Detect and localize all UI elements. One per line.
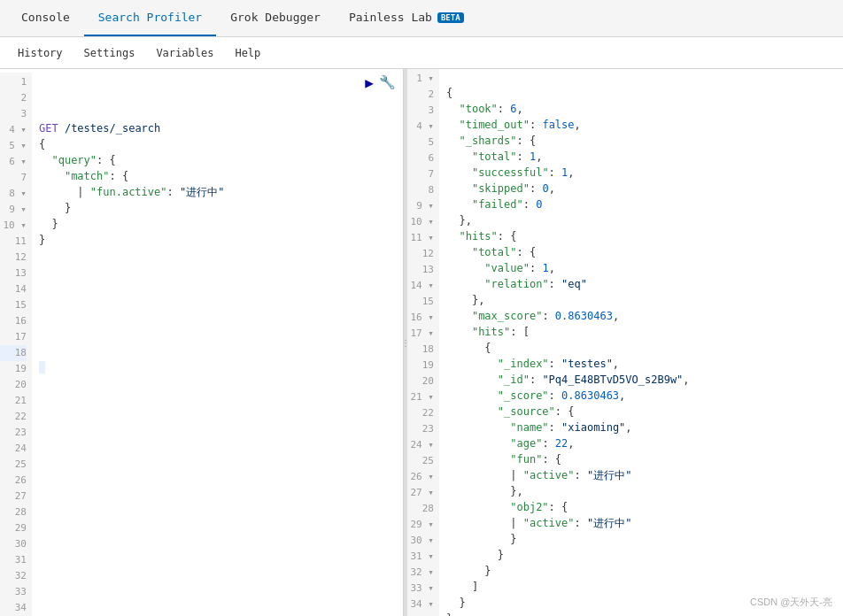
line-20	[39, 393, 45, 405]
watermark: CSDN @天外天-亮	[750, 596, 832, 609]
r-line-32: ]	[446, 581, 478, 593]
sub-tab-settings[interactable]: Settings	[73, 40, 146, 66]
r-line-29: }	[446, 533, 516, 545]
right-code-content: { "took": 6, "timed_out": false, "_shard…	[439, 69, 843, 616]
r-line-26: },	[446, 485, 523, 497]
line-17	[39, 345, 45, 358]
line-3: GET /testes/_search	[39, 122, 160, 135]
left-panel: ▶ 🔧 1 2 3 4 ▾ 5 ▾ 6 ▾ 7 8 ▾ 9 ▾ 10 ▾ 11 …	[0, 69, 404, 616]
r-line-3: "timed_out": false,	[446, 119, 581, 131]
line-33	[39, 600, 45, 612]
r-line-9: },	[446, 214, 472, 227]
r-line-17: {	[446, 342, 491, 354]
r-line-13: "relation": "eq"	[446, 278, 587, 290]
line-28	[39, 520, 45, 533]
r-line-22: "name": "xiaoming",	[446, 421, 632, 434]
r-line-6: "successful": 1,	[446, 166, 575, 179]
left-line-numbers: 1 2 3 4 ▾ 5 ▾ 6 ▾ 7 8 ▾ 9 ▾ 10 ▾ 11 12 1…	[0, 73, 32, 616]
main-area: ▶ 🔧 1 2 3 4 ▾ 5 ▾ 6 ▾ 7 8 ▾ 9 ▾ 10 ▾ 11 …	[0, 69, 843, 616]
editor-toolbar: ▶ 🔧	[365, 74, 396, 91]
r-line-10: "hits": {	[446, 230, 517, 243]
r-line-1: {	[446, 87, 452, 99]
line-21	[39, 409, 45, 421]
settings-icon[interactable]: 🔧	[379, 74, 396, 91]
r-line-15: "max_score": 0.8630463,	[446, 310, 619, 322]
line-5: "query": {	[39, 154, 116, 166]
sub-toolbar: History Settings Variables Help	[0, 37, 843, 69]
tab-grok-debugger[interactable]: Grok Debugger	[216, 0, 335, 36]
tab-bar: Console Search Profiler Grok Debugger Pa…	[0, 0, 843, 37]
line-32	[39, 584, 45, 597]
r-line-2: "took": 6,	[446, 103, 523, 115]
line-24	[39, 457, 45, 469]
left-code-content[interactable]: GET /testes/_search { "query": { "match"…	[32, 73, 403, 616]
r-line-34: }	[446, 612, 452, 616]
line-18	[39, 361, 45, 373]
line-6: "match": {	[39, 170, 128, 182]
r-line-20: "_score": 0.8630463,	[446, 389, 625, 402]
r-line-28: | "active": "进行中"	[446, 517, 631, 529]
r-line-30: }	[446, 549, 504, 561]
r-line-14: },	[446, 294, 484, 306]
r-line-5: "total": 1,	[446, 150, 542, 163]
line-7: | "fun.active": "进行中"	[39, 186, 224, 198]
line-2	[39, 106, 45, 119]
right-panel: 1 ▾ 2 3 4 ▾ 5 6 7 8 9 ▾ 10 ▾ 11 ▾ 12 13 …	[407, 69, 843, 616]
sub-tab-variables[interactable]: Variables	[145, 40, 224, 66]
line-8: }	[39, 202, 71, 214]
left-code-panel: 1 2 3 4 ▾ 5 ▾ 6 ▾ 7 8 ▾ 9 ▾ 10 ▾ 11 12 1…	[0, 69, 403, 616]
line-30	[39, 552, 45, 565]
line-10: }	[39, 234, 45, 246]
run-button[interactable]: ▶	[365, 74, 374, 91]
r-line-27: "obj2": {	[446, 501, 568, 513]
r-line-21: "_source": {	[446, 405, 575, 418]
r-line-23: "age": 22,	[446, 437, 575, 450]
tab-console[interactable]: Console	[7, 0, 84, 36]
r-line-7: "skipped": 0,	[446, 182, 555, 195]
r-line-4: "_shards": {	[446, 135, 536, 147]
sub-tab-history[interactable]: History	[7, 40, 73, 66]
r-line-31: }	[446, 565, 491, 577]
r-line-8: "failed": 0	[446, 198, 542, 211]
line-22	[39, 425, 45, 437]
r-line-25: | "active": "进行中"	[446, 469, 631, 481]
line-26	[39, 489, 45, 501]
beta-badge: BETA	[437, 12, 464, 23]
line-23	[39, 441, 45, 453]
right-line-numbers: 1 ▾ 2 3 4 ▾ 5 6 7 8 9 ▾ 10 ▾ 11 ▾ 12 13 …	[407, 69, 439, 616]
line-19	[39, 377, 45, 389]
line-9: }	[39, 218, 58, 230]
tab-search-profiler[interactable]: Search Profiler	[84, 0, 216, 36]
line-31	[39, 568, 45, 581]
line-12	[39, 266, 45, 278]
r-line-19: "_id": "Pq4_E48BTvD5VO_s2B9w",	[446, 373, 690, 386]
sub-tab-help[interactable]: Help	[224, 40, 271, 66]
tab-painless-lab-label: Painless Lab	[349, 11, 432, 24]
line-29	[39, 536, 45, 549]
r-line-12: "value": 1,	[446, 262, 555, 274]
line-25	[39, 473, 45, 485]
r-line-33: }	[446, 597, 466, 609]
tab-painless-lab[interactable]: Painless Lab BETA	[335, 0, 478, 36]
line-13	[39, 281, 45, 294]
line-14	[39, 297, 45, 310]
r-line-11: "total": {	[446, 246, 536, 258]
line-4: {	[39, 138, 45, 150]
r-line-24: "fun": {	[446, 453, 561, 466]
line-27	[39, 504, 45, 517]
r-line-16: "hits": [	[446, 326, 530, 338]
line-11	[39, 250, 45, 262]
r-line-18: "_index": "testes",	[446, 358, 619, 370]
line-15	[39, 313, 45, 326]
line-16	[39, 329, 45, 342]
line-1	[39, 90, 45, 103]
